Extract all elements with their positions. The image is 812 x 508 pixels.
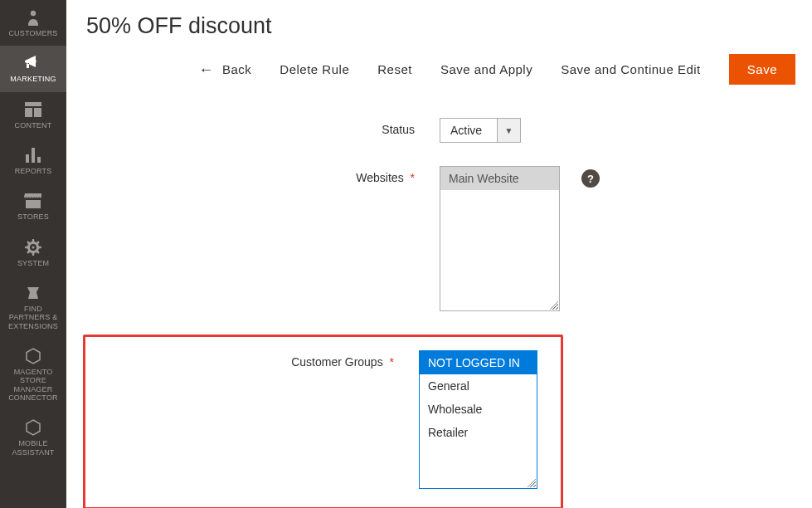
sidebar-label: FIND PARTNERS & EXTENSIONS	[3, 305, 63, 330]
sidebar-item-customers[interactable]: CUSTOMERS	[0, 0, 66, 46]
website-option[interactable]: Main Website	[440, 167, 559, 190]
chevron-down-icon: ▼	[498, 118, 521, 143]
resize-handle-icon	[525, 476, 537, 488]
customer-groups-highlight: Customer Groups * NOT LOGGED IN General …	[83, 335, 563, 508]
help-icon[interactable]: ?	[581, 169, 600, 188]
hexagon-icon	[26, 347, 41, 365]
sidebar-label: MAGENTO STORE MANAGER CONNECTOR	[3, 368, 63, 402]
store-icon	[24, 192, 42, 210]
sidebar-label: STORES	[17, 212, 49, 221]
svg-point-0	[31, 11, 36, 16]
sidebar-label: REPORTS	[15, 167, 52, 175]
save-and-apply-button[interactable]: Save and Apply	[440, 62, 532, 76]
sidebar-item-partners[interactable]: FIND PARTNERS & EXTENSIONS	[0, 276, 66, 339]
websites-multiselect[interactable]: Main Website	[440, 166, 560, 311]
svg-rect-4	[26, 154, 29, 163]
arrow-left-icon: ←	[198, 62, 214, 77]
customer-group-option[interactable]: Wholesale	[420, 398, 537, 421]
sidebar-label: MOBILE ASSISTANT	[3, 439, 63, 457]
megaphone-icon	[24, 54, 42, 72]
admin-sidebar: CUSTOMERS MARKETING CONTENT REPORTS STOR…	[0, 0, 66, 508]
status-value: Active	[440, 118, 498, 143]
svg-rect-5	[32, 148, 35, 163]
customer-groups-label-text: Customer Groups	[291, 355, 382, 369]
status-select[interactable]: Active ▼	[440, 118, 521, 143]
person-icon	[27, 8, 40, 27]
bar-chart-icon	[25, 146, 41, 164]
main-content: 50% OFF discount ← Back Delete Rule Rese…	[66, 0, 812, 508]
sidebar-item-stores[interactable]: STORES	[0, 183, 66, 229]
customer-group-option[interactable]: NOT LOGGED IN	[420, 351, 537, 374]
gear-icon	[25, 238, 41, 256]
svg-rect-6	[37, 157, 41, 163]
sidebar-item-system[interactable]: SYSTEM	[0, 230, 66, 276]
customer-groups-label: Customer Groups *	[85, 350, 419, 369]
svg-rect-1	[25, 102, 41, 106]
back-label: Back	[222, 62, 251, 76]
customer-group-option[interactable]: General	[420, 374, 537, 398]
customer-groups-multiselect[interactable]: NOT LOGGED IN General Wholesale Retailer	[419, 350, 537, 489]
websites-label-text: Websites	[356, 171, 403, 184]
reset-button[interactable]: Reset	[377, 62, 412, 76]
sidebar-label: SYSTEM	[17, 259, 49, 267]
toolbar: ← Back Delete Rule Reset Save and Apply …	[83, 54, 795, 85]
page-title: 50% OFF discount	[83, 13, 795, 39]
sidebar-item-connector[interactable]: MAGENTO STORE MANAGER CONNECTOR	[0, 339, 66, 410]
svg-rect-3	[34, 108, 41, 117]
field-status: Status Active ▼	[83, 118, 795, 143]
resize-handle-icon	[547, 299, 559, 310]
delete-rule-button[interactable]: Delete Rule	[280, 62, 349, 76]
sidebar-label: CONTENT	[15, 121, 52, 129]
save-button[interactable]: Save	[729, 54, 795, 85]
save-and-continue-button[interactable]: Save and Continue Edit	[561, 62, 701, 76]
form-area: Status Active ▼ Websites * Main Website	[83, 110, 795, 508]
sidebar-item-content[interactable]: CONTENT	[0, 92, 66, 138]
required-asterisk: *	[390, 355, 394, 369]
layout-icon	[25, 100, 41, 119]
svg-rect-2	[25, 108, 32, 117]
sidebar-label: MARKETING	[10, 75, 56, 83]
status-label: Status	[83, 118, 440, 136]
websites-label: Websites *	[83, 166, 440, 184]
field-customer-groups: Customer Groups * NOT LOGGED IN General …	[85, 350, 537, 489]
sidebar-item-mobile[interactable]: MOBILE ASSISTANT	[0, 410, 66, 458]
sidebar-label: CUSTOMERS	[8, 29, 57, 37]
customer-group-option[interactable]: Retailer	[420, 421, 537, 444]
sidebar-item-reports[interactable]: REPORTS	[0, 138, 66, 183]
field-websites: Websites * Main Website ?	[83, 166, 795, 311]
hexagon-icon	[26, 418, 41, 437]
required-asterisk: *	[411, 171, 415, 184]
partners-icon	[25, 284, 41, 302]
back-button[interactable]: ← Back	[198, 62, 251, 77]
sidebar-item-marketing[interactable]: MARKETING	[0, 46, 66, 91]
